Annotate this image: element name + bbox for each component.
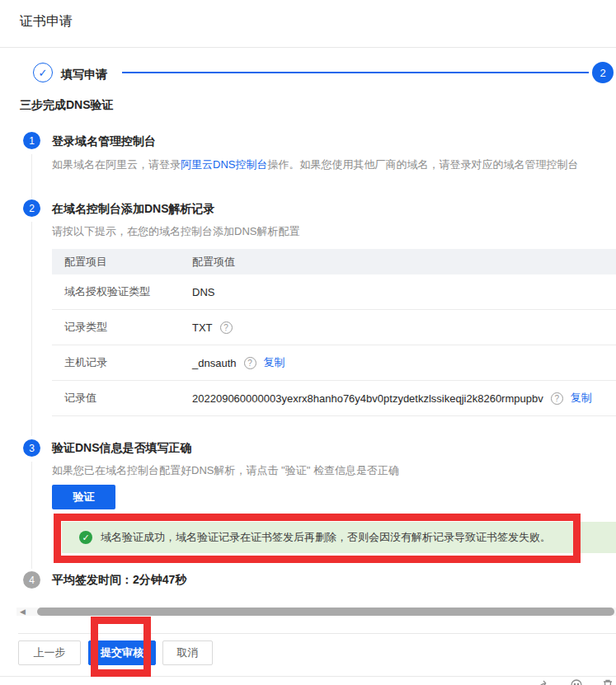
row-label: 记录值 xyxy=(52,391,192,406)
row-label: 记录类型 xyxy=(52,320,192,335)
row-value: DNS xyxy=(192,286,214,298)
success-alert-text: 域名验证成功，域名验证记录在证书签发后再删除，否则会因没有解析记录导致证书签发失… xyxy=(101,530,551,545)
table-row: 域名授权验证类型 DNS xyxy=(52,274,616,310)
section-heading: 三步完成DNS验证 xyxy=(20,98,114,113)
previous-step-button[interactable]: 上一步 xyxy=(18,640,81,665)
table-row: 记录类型 TXT ? xyxy=(52,310,616,345)
row-label: 主机记录 xyxy=(52,355,192,370)
step4-number-circle: 4 xyxy=(23,571,40,589)
submit-review-button[interactable]: 提交审核 xyxy=(88,640,156,665)
step1-number-circle: 1 xyxy=(23,132,40,149)
smiley-icon[interactable] xyxy=(570,678,583,685)
step2-number-circle: 2 xyxy=(23,199,40,217)
step4-value: 2分钟47秒 xyxy=(133,573,186,586)
stepper-step1-done-circle: ✓ xyxy=(33,63,53,82)
step2-description: 请按以下提示，在您的域名控制台添加DNS解析配置 xyxy=(52,224,299,239)
step-connector-3-4 xyxy=(31,462,32,569)
question-circle-icon[interactable]: ? xyxy=(551,392,563,405)
arrow-left-icon[interactable]: ◀ xyxy=(20,607,26,617)
table-row: 记录值 202209060000003yexrx8hanho76y4bv0ptz… xyxy=(52,381,616,416)
step1-desc-suffix: 操作。如果您使用其他厂商的域名，请登录对应的域名管理控制台 xyxy=(267,158,578,171)
share-icon[interactable] xyxy=(537,678,550,685)
question-circle-icon[interactable]: ? xyxy=(244,357,256,369)
aliyun-dns-console-link[interactable]: 阿里云DNS控制台 xyxy=(181,158,267,171)
cancel-button[interactable]: 取消 xyxy=(162,640,213,665)
trash-icon[interactable] xyxy=(601,678,614,685)
verify-button[interactable]: 验证 xyxy=(52,485,115,509)
footer-divider xyxy=(18,633,616,634)
stepper-step1-label: 填写申请 xyxy=(61,68,107,82)
table-row: 主机记录 _dnsauth ? 复制 xyxy=(52,345,616,381)
step3-description: 如果您已在域名控制台配置好DNS解析，请点击 "验证" 检查信息是否正确 xyxy=(52,463,399,478)
step4-issue-time: 平均签发时间：2分钟47秒 xyxy=(52,573,186,588)
column-header-value: 配置项值 xyxy=(192,255,616,270)
row-value: TXT xyxy=(192,321,213,334)
certificate-application-page: 证书申请 ✓ 填写申请 2 三步完成DNS验证 1 登录域名管理控制台 如果域名… xyxy=(0,0,616,685)
copy-host-record-link[interactable]: 复制 xyxy=(264,355,285,370)
step-connector-1-2 xyxy=(31,154,32,198)
check-icon: ✓ xyxy=(39,67,48,79)
step1-description: 如果域名在阿里云，请登录阿里云DNS控制台操作。如果您使用其他厂商的域名，请登录… xyxy=(52,157,578,172)
horizontal-scrollbar-thumb[interactable] xyxy=(37,608,614,616)
step1-title: 登录域名管理控制台 xyxy=(52,134,156,149)
step1-desc-prefix: 如果域名在阿里云，请登录 xyxy=(52,158,181,171)
question-circle-icon[interactable]: ? xyxy=(220,321,233,334)
step3-number-circle: 3 xyxy=(23,439,40,457)
step4-label: 平均签发时间： xyxy=(52,573,133,586)
bottom-divider xyxy=(0,676,616,677)
success-alert: ✓ 域名验证成功，域名验证记录在证书签发后再删除，否则会因没有解析记录导致证书签… xyxy=(62,522,616,553)
step3-title: 验证DNS信息是否填写正确 xyxy=(52,441,192,456)
header-divider xyxy=(0,47,616,48)
column-header-item: 配置项目 xyxy=(52,255,192,270)
dns-config-table: 配置项目 配置项值 域名授权验证类型 DNS 记录类型 TXT ? 主机记录 _… xyxy=(52,249,616,416)
check-circle-icon: ✓ xyxy=(79,531,92,544)
stepper-step2-circle: 2 xyxy=(592,62,614,83)
stepper-connector-line xyxy=(122,72,589,73)
copy-record-value-link[interactable]: 复制 xyxy=(571,391,592,406)
step-connector-2-3 xyxy=(31,222,32,436)
row-value: 202209060000003yexrx8hanho76y4bv0ptzydet… xyxy=(192,392,543,405)
table-header-row: 配置项目 配置项值 xyxy=(52,249,616,274)
row-value: _dnsauth xyxy=(192,357,237,369)
step2-title: 在域名控制台添加DNS解析记录 xyxy=(52,202,215,217)
page-title: 证书申请 xyxy=(20,13,73,30)
row-label: 域名授权验证类型 xyxy=(52,284,192,299)
